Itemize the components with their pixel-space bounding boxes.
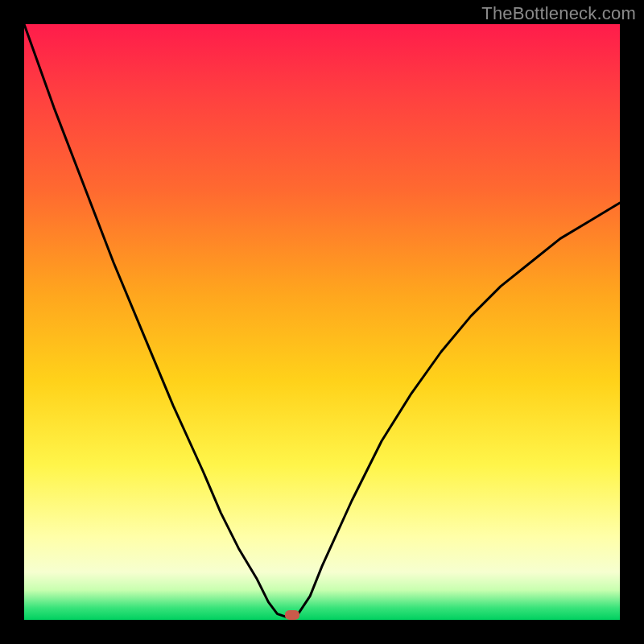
optimum-marker (285, 610, 299, 620)
bottleneck-curve (24, 24, 620, 620)
plot-area (24, 24, 620, 620)
chart-frame: TheBottleneck.com (0, 0, 644, 644)
watermark-text: TheBottleneck.com (481, 3, 636, 24)
